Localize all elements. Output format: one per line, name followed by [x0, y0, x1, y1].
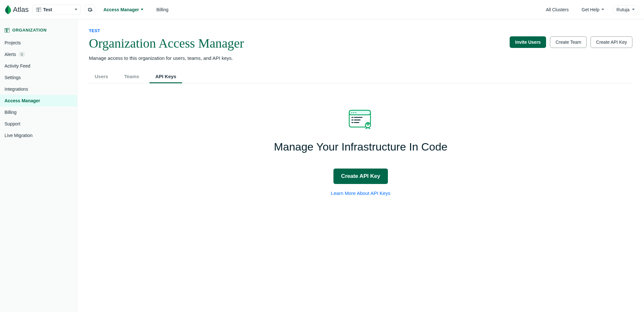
org-icon	[36, 7, 41, 12]
learn-more-link[interactable]: Learn More About API Keys	[89, 190, 632, 196]
sidebar: ORGANIZATION Projects Alerts 0 Activity …	[0, 19, 77, 312]
caret-down-icon	[632, 9, 635, 10]
user-menu[interactable]: Rutuja	[612, 5, 639, 14]
sidebar-item-billing[interactable]: Billing	[0, 106, 77, 118]
tabs: Users Teams API Keys	[89, 70, 632, 83]
sidebar-item-label: Activity Feed	[5, 63, 30, 69]
page-title: Organization Access Manager	[89, 36, 244, 51]
caret-down-icon	[141, 9, 143, 10]
sidebar-item-label: Support	[5, 121, 20, 126]
top-nav: Atlas Test Access Manager Billing All Cl…	[0, 0, 644, 19]
sidebar-header: ORGANIZATION	[0, 25, 77, 37]
nav-access-manager-label: Access Manager	[103, 7, 139, 12]
sidebar-item-label: Projects	[5, 40, 21, 45]
create-team-button[interactable]: Create Team	[550, 36, 587, 48]
tab-users[interactable]: Users	[89, 70, 114, 83]
empty-create-api-key-button[interactable]: Create API Key	[333, 169, 388, 184]
breadcrumb[interactable]: TEST	[89, 28, 632, 33]
sidebar-header-label: ORGANIZATION	[12, 28, 47, 32]
svg-rect-13	[349, 110, 370, 115]
sidebar-item-alerts[interactable]: Alerts 0	[0, 49, 77, 60]
alerts-badge: 0	[19, 52, 25, 57]
sidebar-item-activity-feed[interactable]: Activity Feed	[0, 60, 77, 72]
nav-billing[interactable]: Billing	[152, 7, 173, 12]
sidebar-item-label: Integrations	[5, 87, 28, 92]
sidebar-item-support[interactable]: Support	[0, 118, 77, 130]
nav-all-clusters[interactable]: All Clusters	[541, 7, 573, 12]
gear-icon	[87, 7, 92, 12]
svg-point-14	[351, 112, 352, 113]
tab-api-keys[interactable]: API Keys	[149, 70, 182, 83]
svg-rect-1	[39, 7, 41, 12]
sidebar-item-label: Alerts	[5, 52, 16, 57]
invite-users-button[interactable]: Invite Users	[510, 36, 546, 48]
org-selector[interactable]: Test	[33, 5, 81, 15]
sidebar-item-live-migration[interactable]: Live Migration	[0, 130, 77, 141]
empty-state-heading: Manage Your Infrastructure In Code	[89, 141, 632, 153]
caret-down-icon	[601, 9, 604, 10]
sidebar-item-label: Billing	[5, 110, 16, 115]
main-content: TEST Organization Access Manager Invite …	[77, 19, 644, 312]
create-api-key-button[interactable]: Create API Key	[591, 36, 632, 48]
page-actions: Invite Users Create Team Create API Key	[510, 36, 632, 48]
svg-point-16	[355, 112, 356, 113]
sidebar-item-settings[interactable]: Settings	[0, 72, 77, 83]
brand-name: Atlas	[13, 5, 29, 14]
sidebar-item-label: Live Migration	[5, 133, 33, 138]
empty-state: Manage Your Infrastructure In Code Creat…	[89, 109, 632, 196]
user-name: Rutuja	[617, 7, 630, 12]
sidebar-item-integrations[interactable]: Integrations	[0, 83, 77, 95]
svg-point-15	[353, 112, 354, 113]
page-description: Manage access to this organization for u…	[89, 55, 632, 61]
svg-rect-7	[7, 28, 10, 32]
sidebar-item-access-manager[interactable]: Access Manager	[0, 95, 77, 106]
sidebar-item-projects[interactable]: Projects	[0, 37, 77, 49]
caret-down-icon	[75, 9, 77, 10]
tab-teams[interactable]: Teams	[119, 70, 145, 83]
org-selector-label: Test	[43, 7, 52, 12]
org-settings-button[interactable]	[85, 5, 95, 15]
sidebar-item-label: Settings	[5, 75, 21, 80]
nav-get-help-label: Get Help	[582, 7, 599, 12]
api-key-illustration-icon	[348, 109, 374, 132]
brand-logo[interactable]: Atlas	[5, 5, 29, 14]
sidebar-item-label: Access Manager	[5, 98, 40, 103]
org-icon	[5, 28, 10, 32]
nav-access-manager[interactable]: Access Manager	[99, 7, 148, 12]
nav-get-help[interactable]: Get Help	[577, 7, 608, 12]
leaf-icon	[5, 5, 11, 14]
